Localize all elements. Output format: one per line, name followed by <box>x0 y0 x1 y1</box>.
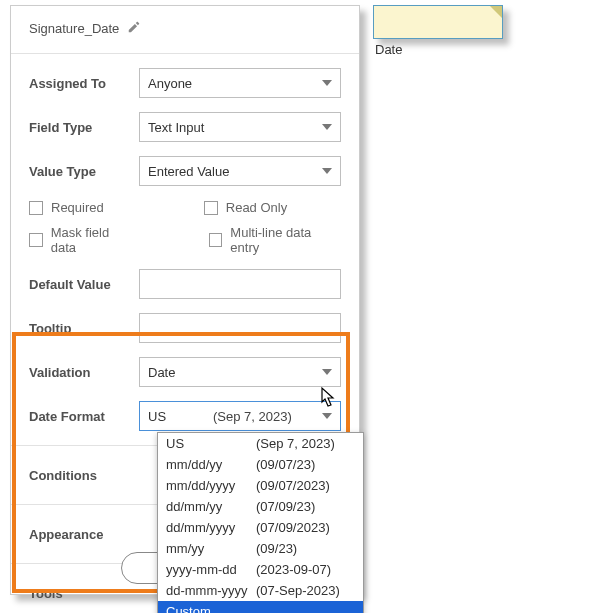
mask-checkbox[interactable]: Mask field data <box>29 225 136 255</box>
date-format-select[interactable]: US (Sep 7, 2023) <box>139 401 341 431</box>
separator <box>11 53 359 54</box>
date-format-option[interactable]: dd/mm/yy(07/09/23) <box>158 496 363 517</box>
assigned-to-label: Assigned To <box>29 76 139 91</box>
readonly-checkbox[interactable]: Read Only <box>204 200 287 215</box>
form-field-label: Date <box>375 42 402 57</box>
date-format-option[interactable]: dd/mm/yyyy(07/09/2023) <box>158 517 363 538</box>
readonly-label: Read Only <box>226 200 287 215</box>
tooltip-input[interactable] <box>139 313 341 343</box>
chevron-down-icon <box>322 369 332 375</box>
tooltip-label: Tooltip <box>29 321 139 336</box>
validation-value: Date <box>148 365 175 380</box>
value-type-label: Value Type <box>29 164 139 179</box>
chevron-down-icon <box>322 80 332 86</box>
chevron-down-icon <box>322 413 332 419</box>
assigned-to-select[interactable]: Anyone <box>139 68 341 98</box>
validation-select[interactable]: Date <box>139 357 341 387</box>
date-format-example: (Sep 7, 2023) <box>213 409 292 424</box>
date-format-option[interactable]: mm/yy(09/23) <box>158 538 363 559</box>
field-name: Signature_Date <box>29 21 119 36</box>
field-type-value: Text Input <box>148 120 204 135</box>
default-value-input[interactable] <box>139 269 341 299</box>
form-field-preview[interactable] <box>373 5 503 39</box>
pencil-icon[interactable] <box>127 20 141 37</box>
checkbox-icon <box>29 201 43 215</box>
multiline-label: Multi-line data entry <box>230 225 341 255</box>
corner-fold-icon <box>490 6 502 18</box>
required-checkbox[interactable]: Required <box>29 200 104 215</box>
date-format-label: Date Format <box>29 409 139 424</box>
chevron-down-icon <box>322 168 332 174</box>
date-format-option[interactable]: dd-mmm-yyyy(07-Sep-2023) <box>158 580 363 601</box>
date-format-option[interactable]: yyyy-mm-dd(2023-09-07) <box>158 559 363 580</box>
value-type-select[interactable]: Entered Value <box>139 156 341 186</box>
validation-label: Validation <box>29 365 139 380</box>
field-type-label: Field Type <box>29 120 139 135</box>
checkbox-icon <box>29 233 43 247</box>
checkbox-icon <box>209 233 223 247</box>
assigned-to-value: Anyone <box>148 76 192 91</box>
mask-label: Mask field data <box>51 225 136 255</box>
chevron-down-icon <box>322 124 332 130</box>
date-format-option[interactable]: Custom <box>158 601 363 613</box>
default-value-label: Default Value <box>29 277 139 292</box>
date-format-option[interactable]: US(Sep 7, 2023) <box>158 433 363 454</box>
checkbox-icon <box>204 201 218 215</box>
value-type-value: Entered Value <box>148 164 229 179</box>
date-format-option[interactable]: mm/dd/yyyy(09/07/2023) <box>158 475 363 496</box>
date-format-value: US <box>148 409 213 424</box>
required-label: Required <box>51 200 104 215</box>
field-properties-panel: Signature_Date Assigned To Anyone Field … <box>10 5 360 595</box>
date-format-option[interactable]: mm/dd/yy(09/07/23) <box>158 454 363 475</box>
date-format-dropdown: US(Sep 7, 2023)mm/dd/yy(09/07/23)mm/dd/y… <box>157 432 364 613</box>
field-type-select[interactable]: Text Input <box>139 112 341 142</box>
multiline-checkbox[interactable]: Multi-line data entry <box>209 225 341 255</box>
